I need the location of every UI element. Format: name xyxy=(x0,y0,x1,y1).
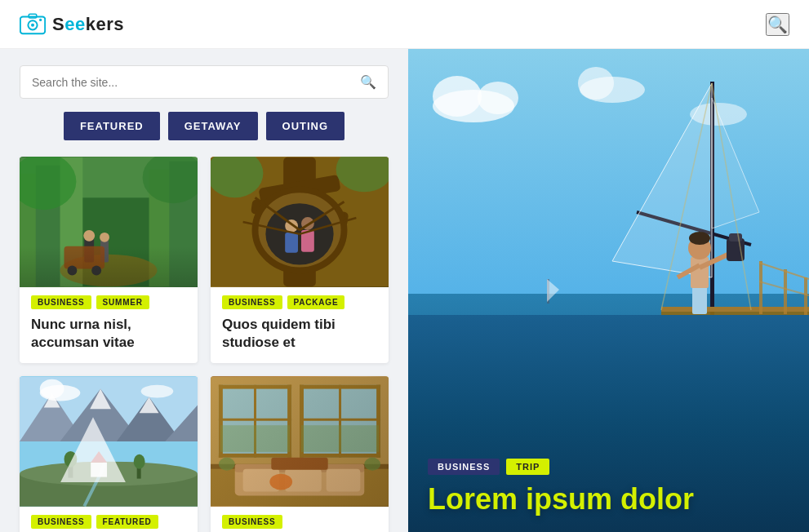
card-4-image xyxy=(211,376,389,507)
filter-tab-featured[interactable]: FEATURED xyxy=(64,112,160,140)
hero-title: Lorem ipsum dolor xyxy=(428,483,789,516)
svg-point-18 xyxy=(67,266,77,276)
left-panel: 🔍 FEATURED GETAWAY OUTING xyxy=(0,49,408,532)
card-3[interactable]: BUSINESS FEATURED xyxy=(20,376,198,532)
card-3-image xyxy=(20,376,198,507)
card-4-tag-business: BUSINESS xyxy=(222,515,282,529)
card-2-tag-package: PACKAGE xyxy=(287,295,345,309)
card-3-tag-business: BUSINESS xyxy=(31,515,91,529)
svg-rect-83 xyxy=(271,458,327,470)
svg-point-19 xyxy=(91,266,101,276)
svg-point-85 xyxy=(364,458,380,471)
card-3-body: BUSINESS FEATURED xyxy=(20,507,198,532)
card-1-tags: BUSINESS SUMMER xyxy=(31,295,186,309)
svg-point-55 xyxy=(134,454,145,469)
svg-rect-115 xyxy=(692,286,707,314)
svg-rect-78 xyxy=(235,464,365,472)
svg-rect-66 xyxy=(219,454,291,458)
svg-rect-13 xyxy=(84,238,94,263)
search-box: 🔍 xyxy=(20,65,389,99)
card-3-tags: BUSINESS FEATURED xyxy=(31,515,186,529)
svg-rect-110 xyxy=(759,261,762,314)
svg-point-94 xyxy=(578,67,614,100)
svg-point-101 xyxy=(473,324,506,329)
hero-tag-trip: TRIP xyxy=(506,459,549,475)
svg-point-82 xyxy=(269,474,292,490)
svg-rect-64 xyxy=(219,385,223,458)
svg-marker-51 xyxy=(91,451,107,463)
svg-rect-116 xyxy=(691,257,709,288)
card-3-tag-featured: FEATURED xyxy=(96,515,158,529)
svg-rect-111 xyxy=(784,269,787,314)
header: Seekers 🔍 xyxy=(0,0,809,49)
card-2-tags: BUSINESS PACKAGE xyxy=(222,295,377,309)
card-2-tag-business: BUSINESS xyxy=(222,295,282,309)
svg-point-53 xyxy=(64,451,78,468)
header-search-button[interactable]: 🔍 xyxy=(766,13,789,36)
svg-rect-65 xyxy=(287,385,291,458)
svg-rect-121 xyxy=(729,233,742,242)
svg-point-91 xyxy=(433,76,482,117)
interior-svg xyxy=(211,376,389,507)
main-layout: 🔍 FEATURED GETAWAY OUTING xyxy=(0,49,809,532)
svg-point-57 xyxy=(40,379,64,399)
svg-point-14 xyxy=(83,230,95,242)
card-1-tag-summer: SUMMER xyxy=(96,295,149,309)
card-1-body: BUSINESS SUMMER Nunc urna nisl, accumsan… xyxy=(20,287,198,363)
search-input[interactable] xyxy=(32,76,360,89)
tree-nest-svg xyxy=(211,157,389,287)
card-1[interactable]: BUSINESS SUMMER Nunc urna nisl, accumsan… xyxy=(20,157,198,363)
right-panel: BUSINESS TRIP Lorem ipsum dolor xyxy=(408,49,809,532)
svg-point-92 xyxy=(478,82,518,114)
filter-tab-outing[interactable]: OUTING xyxy=(266,112,345,140)
search-area: 🔍 xyxy=(0,49,408,112)
svg-rect-71 xyxy=(376,385,380,458)
svg-rect-63 xyxy=(219,385,291,389)
svg-point-103 xyxy=(629,335,678,342)
svg-rect-75 xyxy=(211,466,389,507)
svg-rect-50 xyxy=(91,463,107,477)
svg-rect-17 xyxy=(64,246,105,269)
svg-rect-61 xyxy=(219,385,291,458)
filter-tab-getaway[interactable]: GETAWAY xyxy=(168,112,258,140)
svg-point-84 xyxy=(219,458,235,471)
svg-rect-69 xyxy=(300,385,380,389)
card-1-image xyxy=(20,157,198,287)
card-4-body: BUSINESS xyxy=(211,507,389,532)
svg-rect-79 xyxy=(243,469,280,492)
svg-rect-15 xyxy=(100,240,109,263)
svg-rect-59 xyxy=(211,377,389,507)
svg-point-118 xyxy=(689,232,710,245)
svg-rect-62 xyxy=(300,385,380,458)
hero-tags: BUSINESS TRIP xyxy=(428,459,789,475)
svg-rect-112 xyxy=(804,277,807,318)
svg-point-16 xyxy=(100,233,109,242)
logo-area: Seekers xyxy=(20,13,124,36)
svg-rect-60 xyxy=(211,377,389,507)
svg-rect-70 xyxy=(300,385,304,458)
card-4[interactable]: BUSINESS xyxy=(211,376,389,532)
svg-rect-72 xyxy=(300,454,380,458)
svg-rect-76 xyxy=(211,464,389,469)
forest-svg xyxy=(20,157,198,287)
search-submit-button[interactable]: 🔍 xyxy=(360,74,376,90)
card-2[interactable]: BUSINESS PACKAGE Quos quidem tibi studio… xyxy=(211,157,389,363)
svg-point-58 xyxy=(141,385,174,398)
card-4-tags: BUSINESS xyxy=(222,515,377,529)
svg-point-102 xyxy=(551,348,592,353)
logo-icon xyxy=(20,13,46,36)
svg-rect-87 xyxy=(301,425,379,452)
hero-image: BUSINESS TRIP Lorem ipsum dolor xyxy=(408,49,809,532)
search-icon: 🔍 xyxy=(360,75,376,89)
svg-rect-81 xyxy=(327,469,361,492)
card-1-title: Nunc urna nisl, accumsan vitae xyxy=(31,316,186,352)
card-2-image xyxy=(211,157,389,287)
svg-rect-77 xyxy=(235,468,365,496)
svg-point-4 xyxy=(39,18,42,20)
svg-rect-80 xyxy=(285,469,322,492)
svg-point-12 xyxy=(60,255,158,287)
filter-tabs: FEATURED GETAWAY OUTING xyxy=(0,112,408,157)
card-2-body: BUSINESS PACKAGE Quos quidem tibi studio… xyxy=(211,287,389,363)
svg-rect-86 xyxy=(220,425,290,452)
svg-rect-30 xyxy=(285,233,298,253)
